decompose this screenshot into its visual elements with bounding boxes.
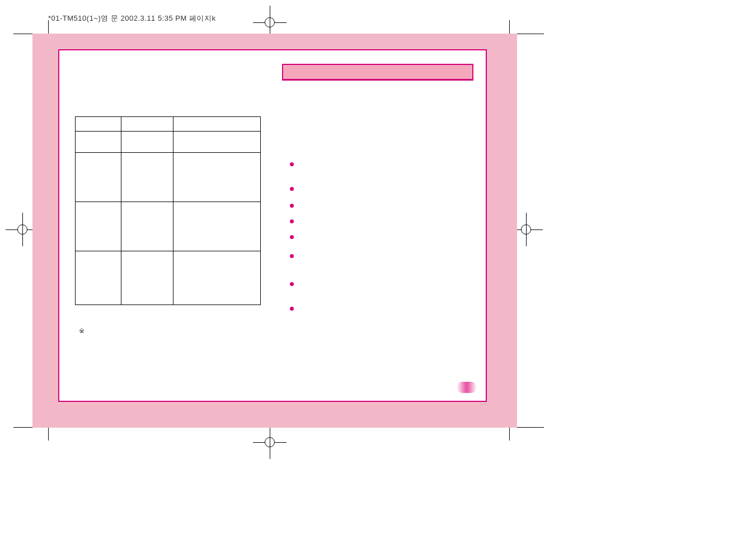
list-item <box>290 218 469 234</box>
list-item <box>290 186 469 203</box>
table-cell <box>76 132 121 153</box>
registration-mark-icon <box>253 425 287 459</box>
list-item <box>290 306 469 311</box>
crop-mark <box>509 427 510 441</box>
table-cell <box>76 251 121 305</box>
crop-mark <box>48 20 49 34</box>
table-cell <box>121 132 173 153</box>
print-header-text: *01-TM510(1~)영 문 2002.3.11 5:35 PM 페이지k <box>48 13 215 24</box>
table-cell <box>76 153 121 202</box>
page-body: ※ <box>58 49 487 402</box>
table-cell <box>121 202 173 251</box>
table-cell <box>173 251 261 305</box>
table-cell <box>173 153 261 202</box>
crop-mark <box>48 427 49 441</box>
table-cell <box>121 153 173 202</box>
list-item <box>290 281 469 306</box>
table-cell <box>76 202 121 251</box>
info-table <box>75 116 261 305</box>
table-cell <box>121 117 173 132</box>
section-title-bar <box>282 64 473 81</box>
crop-mark <box>509 20 510 34</box>
list-item <box>290 203 469 218</box>
table-cell <box>76 117 121 132</box>
page-number-badge <box>457 382 477 393</box>
table-cell <box>173 117 261 132</box>
list-item <box>290 234 469 253</box>
table-cell <box>121 251 173 305</box>
list-item <box>290 161 469 186</box>
table-cell <box>173 132 261 153</box>
list-item <box>290 253 469 281</box>
table-cell <box>173 202 261 251</box>
bullet-list <box>290 161 469 311</box>
footnote-mark: ※ <box>79 327 84 335</box>
page-outer-border: ※ <box>32 34 517 428</box>
